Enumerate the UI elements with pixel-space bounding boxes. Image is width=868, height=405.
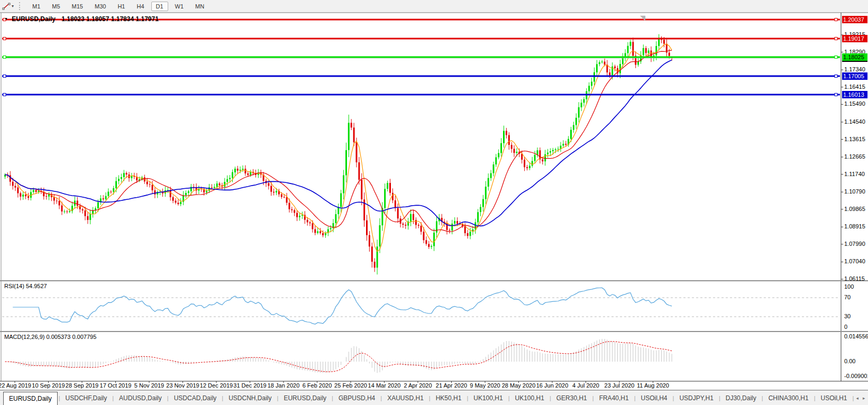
chart-tab-UK100-H1[interactable]: UK100,H1	[510, 391, 550, 405]
hline-1.17005[interactable]	[2, 75, 840, 77]
hline-anchor-right-1.16013[interactable]	[835, 93, 837, 96]
hline-anchor-left-1.19017[interactable]	[3, 37, 6, 40]
chart-tab-GBPUSD-H4[interactable]: GBPUSD,H4	[333, 391, 380, 405]
tf-button-M1[interactable]: M1	[28, 2, 45, 11]
chart-tab-FRA40-H1[interactable]: FRA40,H1	[594, 391, 634, 405]
chart-tab-GER30-H1[interactable]: GER30,H1	[551, 391, 592, 405]
hline-anchor-right-1.20037[interactable]	[835, 19, 837, 21]
tf-button-MN[interactable]: MN	[190, 2, 209, 11]
chart-window: ▼ EURUSD,Daily 1.18023 1.18057 1.17834 1…	[0, 13, 868, 390]
chart-canvas	[0, 0, 868, 405]
macd-scale-label: -0.009001	[844, 373, 868, 379]
date-tick-label: 28 May 2020	[502, 382, 536, 389]
date-tick-label: 12 Dec 2019	[200, 382, 233, 389]
chart-tab-USDCHF-Daily[interactable]: USDCHF,Daily	[60, 391, 113, 405]
price-tick-label: 1.07990	[844, 241, 865, 247]
date-tick-label: 6 Feb 2020	[303, 382, 332, 389]
tf-button-H1[interactable]: H1	[113, 2, 130, 11]
hline-1.19017[interactable]	[2, 38, 840, 39]
chart-tab-USOil-H4[interactable]: USOil,H4	[636, 391, 673, 405]
chart-tab-EURUSD-Daily[interactable]: EURUSD,Daily	[278, 391, 332, 405]
chart-tab-CHINA300-H1[interactable]: CHINA300,H1	[763, 391, 814, 405]
date-tick-label: 5 Nov 2019	[134, 382, 164, 389]
date-tick-label: 16 Jun 2020	[536, 382, 569, 389]
chart-tab-bar: EURUSD,Daily|USDCHF,Daily|AUDUSD,Daily|U…	[0, 391, 868, 405]
drawing-tool-icon[interactable]	[2, 2, 11, 11]
date-tick-label: 21 Apr 2020	[436, 382, 467, 389]
tf-button-W1[interactable]: W1	[170, 2, 189, 11]
price-tick-label: 1.09865	[844, 206, 865, 212]
tabbar-scroll-right[interactable]: ▸	[861, 391, 867, 405]
chart-title-marker-icon: ▼	[4, 17, 8, 21]
candles	[4, 38, 660, 268]
chart-tab-UK100-H1[interactable]: UK100,H1	[468, 391, 508, 405]
timeframe-buttons: M1M5M15M30H1H4D1W1MN	[26, 2, 210, 11]
price-label-1.19017: 1.19017	[842, 35, 867, 42]
price-tick-label: 1.16415	[844, 84, 865, 90]
date-tick-label: 28 Sep 2019	[66, 382, 98, 389]
price-tick-label: 1.10790	[844, 188, 865, 195]
date-tick-label: 14 Mar 2020	[368, 382, 401, 389]
macd-indicator-label: MACD(12,26,9) 0.005373 0.007795	[4, 334, 96, 340]
date-tick-label: 10 Sep 2019	[32, 382, 65, 389]
tf-button-M15[interactable]: M15	[67, 2, 88, 11]
macd-scale-label: 0.014556	[844, 333, 868, 339]
price-label-1.20037: 1.20037	[842, 16, 867, 23]
chart-tab-USOil-H1[interactable]: USOil,H1	[816, 391, 853, 405]
price-tick-label: 1.12665	[844, 153, 865, 160]
price-tick-label: 1.07040	[844, 258, 865, 264]
date-tick-label: 11 Aug 2020	[637, 382, 669, 389]
date-tick-label: 23 Jul 2020	[605, 382, 635, 389]
hline-anchor-left-1.17005[interactable]	[3, 75, 6, 77]
date-tick-label: 25 Feb 2020	[334, 382, 367, 389]
chart-tab-USDJPY-H1[interactable]: USDJPY,H1	[674, 391, 718, 405]
candles	[7, 38, 673, 268]
toolbar-grip[interactable]	[19, 2, 22, 10]
chart-tab-USDCNH-Daily[interactable]: USDCNH,Daily	[223, 391, 277, 405]
hline-anchor-right-1.17005[interactable]	[835, 75, 837, 77]
rsi-scale-label: 0	[844, 324, 847, 330]
ma-mid-line	[5, 50, 672, 232]
chart-tab-AUDUSD-Daily[interactable]: AUDUSD,Daily	[114, 391, 167, 405]
rsi-scale-label: 70	[844, 294, 851, 300]
scroll-position-marker-icon[interactable]: ◥	[640, 14, 645, 22]
chart-symbol-period: EURUSD,Daily	[12, 15, 56, 23]
date-tick-label: 23 Nov 2019	[166, 382, 199, 389]
tf-button-M5[interactable]: M5	[47, 2, 65, 11]
price-tick-label: 1.08915	[844, 223, 865, 229]
hline-anchor-left-1.16013[interactable]	[3, 93, 6, 96]
chart-tab-EURUSD-Daily[interactable]: EURUSD,Daily	[3, 392, 58, 405]
date-tick-label: 22 Aug 2019	[0, 382, 31, 389]
date-tick-label: 9 May 2020	[470, 382, 500, 389]
chart-tab-HK50-H1[interactable]: HK50,H1	[431, 391, 467, 405]
hline-anchor-right-1.19017[interactable]	[835, 37, 837, 40]
hline-1.16013[interactable]	[2, 94, 840, 95]
price-tick-label: 1.13615	[844, 136, 865, 142]
tf-button-D1[interactable]: D1	[151, 2, 168, 11]
rsi-indicator-label: RSI(14) 54.9527	[4, 283, 47, 289]
candles	[5, 34, 659, 275]
date-tick-label: 2 Apr 2020	[404, 382, 432, 389]
date-tick-label: 31 Dec 2019	[233, 382, 266, 389]
price-tick-label: 1.15490	[844, 100, 865, 107]
hline-anchor-right-1.18025[interactable]	[835, 56, 837, 58]
hline-1.18025[interactable]	[2, 56, 840, 58]
macd-scale-label: 0.00	[844, 358, 855, 364]
chart-tab-XAUUSD-H1[interactable]: XAUUSD,H1	[382, 391, 429, 405]
chart-tab-DJ30-Daily[interactable]: DJ30,Daily	[720, 391, 762, 405]
date-tick-label: 18 Jan 2020	[268, 382, 300, 389]
candlestick-series	[4, 34, 673, 275]
tabbar-scroll-left[interactable]: ◂	[854, 391, 861, 405]
price-tick-label: 1.11740	[844, 171, 865, 177]
mt4-window: ▾ M1M5M15M30H1H4D1W1MN ▼ EURUSD,Daily 1.…	[0, 0, 868, 405]
chart-tab-USDCAD-Daily[interactable]: USDCAD,Daily	[169, 391, 222, 405]
dropdown-arrow-icon[interactable]: ▾	[12, 4, 14, 8]
chart-title: ▼ EURUSD,Daily 1.18023 1.18057 1.17834 1…	[4, 15, 159, 23]
top-toolbar: ▾ M1M5M15M30H1H4D1W1MN	[0, 0, 868, 13]
tf-button-M30[interactable]: M30	[90, 2, 111, 11]
rsi-scale-label: 30	[844, 313, 851, 319]
rsi-line	[13, 288, 672, 324]
hline-anchor-left-1.18025[interactable]	[3, 56, 6, 58]
date-tick-label: 4 Jul 2020	[572, 382, 599, 389]
tf-button-H4[interactable]: H4	[132, 2, 149, 11]
